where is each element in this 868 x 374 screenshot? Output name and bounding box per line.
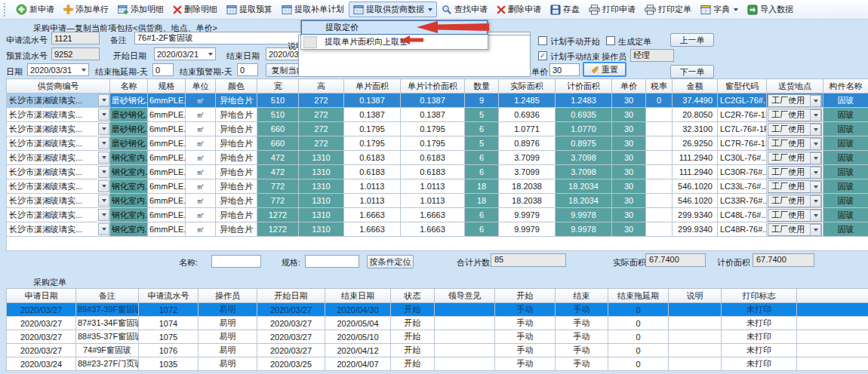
cell-unit[interactable]: ㎡	[186, 179, 216, 194]
cell-actual-area[interactable]: 9.9979	[499, 208, 556, 222]
column-header-filler[interactable]	[797, 289, 868, 303]
dropdown-arrow-icon[interactable]	[98, 180, 109, 192]
cell-part-name[interactable]: 固玻	[823, 179, 868, 194]
cell-piece-priced-area[interactable]: 0.6183	[401, 165, 465, 179]
plan-manual-end-checkbox[interactable]: ✓	[538, 51, 547, 60]
cell-width[interactable]: 772	[257, 179, 299, 194]
cell-filler[interactable]	[797, 357, 868, 371]
cell-tax-rate[interactable]	[646, 179, 673, 194]
cell-filler[interactable]	[797, 317, 868, 330]
cell-tax-rate[interactable]	[646, 208, 673, 222]
dropdown-arrow-icon[interactable]	[98, 137, 109, 149]
cell-spec[interactable]: 6mmPLE...	[148, 151, 186, 165]
cell-remark[interactable]: 74#9F窗固玻	[76, 344, 139, 357]
cell-width[interactable]: 510	[257, 94, 299, 108]
cell-qty[interactable]: 6	[465, 122, 499, 136]
delay-input[interactable]	[152, 63, 174, 76]
cell-piece-priced-area[interactable]: 0.1387	[401, 94, 465, 108]
cell-supplier[interactable]: 长沙市潇湘玻璃实...	[7, 208, 110, 222]
column-header-amount[interactable]: 金额	[673, 79, 718, 94]
column-header-operator[interactable]: 操作员	[199, 289, 257, 303]
toolbar-button-dictionary[interactable]: 字典	[696, 2, 743, 17]
cell-piece-priced-area[interactable]: 1.0113	[401, 194, 465, 208]
cell-remark[interactable]: 88#35-37F窗固玻	[76, 330, 139, 344]
cell-end-date[interactable]: 2020/04/30	[325, 303, 391, 317]
cell-piece-priced-area[interactable]: 1.0113	[401, 179, 465, 194]
cell-part-name[interactable]: 固玻	[823, 222, 868, 237]
cell-piece-priced-area[interactable]: 0.1387	[401, 108, 465, 122]
cell-color[interactable]: 异地合片	[216, 108, 257, 122]
cell-end-date[interactable]: 2020/04/12	[325, 344, 391, 357]
cell-spec[interactable]: 6mmPLE...	[148, 222, 186, 237]
cell-unit[interactable]: ㎡	[186, 122, 216, 136]
cell-filler[interactable]	[797, 303, 868, 317]
budget-input[interactable]	[51, 48, 100, 60]
cell-spec[interactable]: 6mmPLE...	[148, 194, 186, 208]
cell-priced-area[interactable]: 0.6935	[556, 108, 612, 122]
cell-remark[interactable]: 88#23-27F门页玻	[76, 357, 139, 371]
serial-input[interactable]	[51, 32, 100, 44]
table-row[interactable]: 长沙市潇湘玻璃实...磨砂钢化...6mmPLE...㎡异地合片6602720.…	[7, 122, 868, 136]
cell-actual-area[interactable]: 1.2485	[499, 94, 556, 108]
cell-part-name[interactable]: 固玻	[823, 151, 868, 165]
column-header-delay[interactable]: 结束拖延期	[608, 289, 669, 303]
cell-color[interactable]: 异地合片	[216, 165, 257, 179]
column-header-unit-price[interactable]: 单价	[612, 79, 646, 94]
cell-amount[interactable]: 26.9250	[673, 136, 718, 151]
table-row[interactable]: 长沙市潇湘玻璃实...钢化室内...6mmPLE...㎡异地合片12721310…	[7, 208, 868, 222]
cell-end[interactable]: 手动	[556, 303, 608, 317]
toolbar-button-extract-supplier-data[interactable]: 提取供货商数据	[349, 2, 437, 17]
cell-spec[interactable]: 6mmPLE...	[148, 136, 186, 151]
cell-width[interactable]: 660	[257, 136, 299, 151]
cell-window-code[interactable]: LC48R-76#...	[718, 222, 767, 237]
delivery-location-combo[interactable]: 工厂使用	[768, 137, 822, 150]
cell-delivery-location[interactable]: 工厂使用	[767, 108, 823, 122]
cell-delivery-location[interactable]: 工厂使用	[767, 179, 823, 194]
cell-unit-price[interactable]: 30	[612, 222, 646, 237]
chevron-down-icon[interactable]	[82, 69, 86, 72]
cell-width[interactable]: 772	[257, 194, 299, 208]
filter-name-input[interactable]	[211, 255, 261, 268]
dropdown-arrow-icon[interactable]	[810, 95, 821, 107]
cell-leader-opinion[interactable]	[435, 357, 495, 371]
cell-name[interactable]: 钢化室内...	[110, 222, 148, 237]
locate-by-condition-button[interactable]: 按条件定位	[367, 255, 414, 268]
dropdown-arrow-icon[interactable]	[810, 224, 821, 236]
cell-tax-rate[interactable]	[646, 136, 673, 151]
cell-end[interactable]: 手动	[556, 357, 608, 371]
cell-unit[interactable]: ㎡	[186, 194, 216, 208]
cell-qty[interactable]: 6	[465, 208, 499, 222]
column-header-tax-rate[interactable]: 税率	[646, 79, 673, 94]
cell-delivery-location[interactable]: 工厂使用	[767, 165, 823, 179]
cell-operator[interactable]: 易明	[199, 344, 257, 357]
cell-status[interactable]: 开始	[391, 330, 435, 344]
cell-delivery-location[interactable]: 工厂使用	[767, 208, 823, 222]
cell-actual-area[interactable]: 18.2038	[499, 179, 556, 194]
cell-note[interactable]	[669, 317, 722, 330]
delivery-location-combo[interactable]: 工厂使用	[768, 166, 822, 179]
cell-width[interactable]: 660	[257, 122, 299, 136]
cell-color[interactable]: 异地合片	[216, 208, 257, 222]
cell-start-date[interactable]: 2020/03/25	[257, 357, 325, 371]
toolbar-button-new-request[interactable]: 新申请	[11, 2, 59, 17]
column-header-actual-area[interactable]: 实际面积	[499, 79, 556, 94]
cell-delivery-location[interactable]: 工厂使用	[767, 194, 823, 208]
cell-piece-priced-area[interactable]: 0.1795	[401, 122, 465, 136]
column-header-name[interactable]: 名称	[110, 79, 148, 94]
cell-priced-area[interactable]: 9.9978	[556, 222, 612, 237]
dropdown-arrow-icon[interactable]	[810, 124, 821, 136]
column-header-start-date[interactable]: 开始日期	[257, 289, 325, 303]
cell-leader-opinion[interactable]	[435, 303, 495, 317]
cell-unit[interactable]: ㎡	[186, 108, 216, 122]
toolbar-button-save[interactable]: 存盘	[546, 2, 584, 17]
cell-name[interactable]: 磨砂钢化...	[110, 94, 148, 108]
cell-piece-area[interactable]: 0.1795	[344, 136, 401, 151]
column-header-spec[interactable]: 规格	[148, 79, 186, 94]
dropdown-arrow-icon[interactable]	[810, 210, 821, 222]
cell-color[interactable]: 异地合片	[216, 136, 257, 151]
column-header-remark[interactable]: 备注	[76, 289, 139, 303]
table-row[interactable]: 长沙市潇湘玻璃实...钢化室内...6mmPLE...㎡异地合片77213101…	[7, 194, 868, 208]
operator-input[interactable]	[630, 49, 674, 62]
cell-end[interactable]: 手动	[556, 344, 608, 357]
cell-color[interactable]: 异地合片	[216, 94, 257, 108]
